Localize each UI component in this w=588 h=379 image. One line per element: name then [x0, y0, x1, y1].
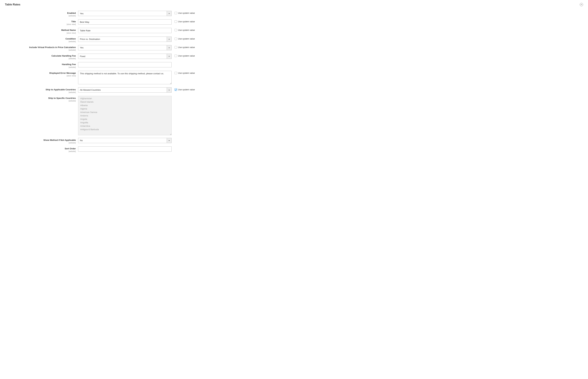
error-msg-use-system-checkbox[interactable]	[175, 72, 177, 74]
error-msg-textarea[interactable]	[78, 71, 172, 84]
field-label-method-name: Method Name	[5, 29, 76, 32]
calc-handling-select-value: Fixed	[78, 54, 167, 59]
field-label-specific: Ship to Specific Countries	[5, 97, 76, 100]
field-label-enabled: Enabled	[5, 12, 76, 15]
method-name-use-system-checkbox[interactable]	[175, 29, 177, 31]
use-system-label: Use system value	[178, 55, 195, 57]
field-label-error-msg: Displayed Error Message	[5, 72, 76, 75]
field-label-sort-order: Sort Order	[5, 147, 76, 150]
use-system-label: Use system value	[178, 88, 195, 91]
condition-select-value: Price vs. Destination	[78, 37, 167, 42]
use-system-label: Use system value	[178, 29, 195, 31]
specific-option: American Samoa	[78, 111, 171, 114]
caret-down-icon	[168, 38, 170, 41]
calc-handling-use-system-checkbox[interactable]	[175, 55, 177, 57]
applicable-select-value: All Allowed Countries	[78, 87, 167, 93]
field-scope: [website]	[5, 100, 76, 102]
applicable-select-toggle[interactable]	[167, 87, 172, 93]
specific-multiselect: AfghanistanÅland IslandsAlbaniaAlgeriaAm…	[78, 96, 172, 135]
calc-handling-select[interactable]: Fixed	[78, 54, 172, 59]
use-system-label: Use system value	[178, 46, 195, 48]
field-scope: [website]	[5, 150, 76, 152]
specific-option: Antarctica	[78, 124, 171, 128]
field-label-show-method: Show Method if Not Applicable	[5, 139, 76, 142]
use-system-label: Use system value	[178, 72, 195, 74]
show-method-select-value: No	[78, 138, 167, 143]
enabled-use-system-checkbox[interactable]	[175, 12, 177, 14]
field-label-condition: Condition	[5, 37, 76, 40]
include-virtual-select-value: Yes	[78, 45, 167, 50]
condition-use-system-checkbox[interactable]	[175, 38, 177, 40]
method-name-input[interactable]	[78, 28, 172, 33]
caret-down-icon	[168, 47, 170, 49]
field-scope: [store view]	[5, 23, 76, 25]
field-scope: [website]	[5, 15, 76, 17]
specific-option: Algeria	[78, 107, 171, 111]
field-label-handling-fee: Handling Fee	[5, 63, 76, 66]
include-virtual-use-system-checkbox[interactable]	[175, 46, 177, 48]
section-title: Table Rates	[5, 3, 20, 6]
specific-option: Albania	[78, 104, 171, 107]
handling-fee-input[interactable]	[78, 62, 172, 67]
enabled-select-value: Yes	[78, 11, 167, 16]
field-scope: [website]	[5, 142, 76, 144]
caret-down-icon	[168, 12, 170, 15]
caret-down-icon	[168, 89, 170, 91]
condition-select-toggle[interactable]	[167, 37, 172, 42]
calc-handling-select-toggle[interactable]	[167, 54, 172, 59]
specific-option: Afghanistan	[78, 97, 171, 100]
chevron-up-icon	[581, 3, 582, 6]
specific-option: Antigua & Barbuda	[78, 128, 171, 131]
field-label-title: Title	[5, 20, 76, 23]
field-scope: [website]	[5, 41, 76, 43]
use-system-label: Use system value	[178, 12, 195, 14]
field-scope: [website]	[5, 58, 76, 60]
field-scope: [website]	[5, 49, 76, 51]
include-virtual-select-toggle[interactable]	[167, 45, 172, 50]
field-scope: [store view]	[5, 32, 76, 34]
specific-option: Angola	[78, 117, 171, 121]
show-method-select-toggle[interactable]	[167, 138, 172, 143]
field-scope: [store view]	[5, 75, 76, 77]
field-label-include-virtual: Include Virtual Products in Price Calcul…	[5, 46, 76, 49]
field-scope: [website]	[5, 91, 76, 93]
section-collapse-button[interactable]	[580, 3, 583, 6]
applicable-use-system-checkbox[interactable]	[175, 88, 177, 91]
use-system-label: Use system value	[178, 38, 195, 40]
specific-option: Andorra	[78, 114, 171, 117]
caret-down-icon	[168, 55, 170, 58]
field-label-calc-handling: Calculate Handling Fee	[5, 54, 76, 57]
specific-option: Anguilla	[78, 121, 171, 124]
include-virtual-select[interactable]: Yes	[78, 45, 172, 50]
show-method-select[interactable]: No	[78, 138, 172, 143]
field-scope: [website]	[5, 66, 76, 68]
field-label-applicable: Ship to Applicable Countries	[5, 88, 76, 91]
title-input[interactable]	[78, 19, 172, 25]
enabled-select-toggle[interactable]	[167, 11, 172, 16]
enabled-select[interactable]: Yes	[78, 11, 172, 16]
sort-order-input[interactable]	[78, 146, 172, 152]
title-use-system-checkbox[interactable]	[175, 20, 177, 23]
applicable-select[interactable]: All Allowed Countries	[78, 87, 172, 93]
use-system-label: Use system value	[178, 20, 195, 23]
specific-option: Åland Islands	[78, 100, 171, 104]
condition-select[interactable]: Price vs. Destination	[78, 37, 172, 42]
caret-down-icon	[168, 139, 170, 142]
